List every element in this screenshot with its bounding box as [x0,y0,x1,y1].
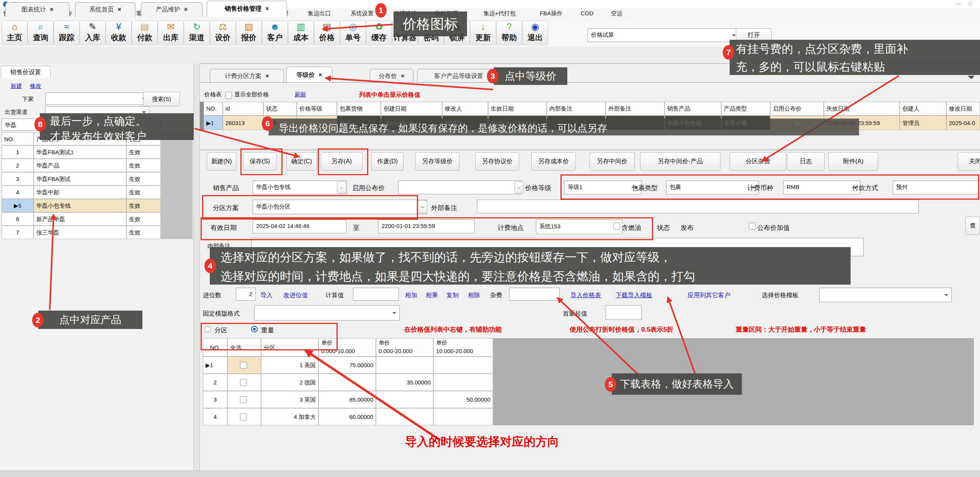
price-col-status[interactable]: 状态 [263,102,297,116]
horizontal-scrollbar[interactable] [0,470,980,477]
grid-row-zone[interactable]: 2 德国 [261,374,318,391]
row-checkbox[interactable] [240,396,247,403]
query-side-button[interactable]: 查 [965,217,980,235]
grid-col-price3[interactable]: 单价10.000-20.000 [433,338,493,357]
publish-price-select[interactable] [398,181,521,194]
price-row-no[interactable]: ▶1 [204,116,223,130]
grid-row-no[interactable]: 4 [203,408,227,425]
product-row-no[interactable]: 3 [2,172,34,186]
price-col-expire[interactable]: 失效日期 [824,102,900,116]
row-checkbox[interactable] [240,362,247,369]
next-home-select[interactable] [45,93,149,105]
product-row-status[interactable]: 生效 [126,212,161,226]
close-icon[interactable]: × [184,6,188,13]
price-col-modified[interactable]: 修改日期 [946,102,980,116]
grid-row-price2[interactable]: 35.00000 [376,374,433,391]
grid-row-zone[interactable]: 4 加拿大 [261,408,318,425]
minimize-button[interactable]: — [956,1,960,7]
grid-row-price3[interactable] [433,408,493,425]
toolbar-collect-button[interactable]: ¥收款 [106,21,132,45]
product-row-status[interactable]: 生效 [126,159,161,172]
close-icon[interactable]: × [265,5,269,12]
calc-value-input[interactable] [353,288,399,301]
tab-product-maintain[interactable]: 产品维护× [141,2,203,17]
price-col-type[interactable]: 产品类型 [721,102,770,116]
product-row-status[interactable]: 生效 [126,145,161,159]
product-row-status-selected[interactable]: 生效 [126,199,161,212]
price-col-created[interactable]: 创建日期 [381,102,442,116]
grid-row-price3[interactable]: 50.00000 [433,391,493,408]
grid-row-select[interactable] [227,391,261,408]
product-row-no[interactable]: 6 [2,212,34,226]
toolbar-price-button[interactable]: ▤价格 [314,21,340,45]
grid-row-no[interactable]: 2 [203,374,227,391]
panel-splitter[interactable] [193,63,200,470]
grid-col-price2[interactable]: 单价0.000-20.000 [376,338,433,357]
row-checkbox[interactable] [240,379,247,386]
misc-fee-input[interactable] [509,288,560,301]
product-row-name[interactable]: 张三华磊 [34,226,126,239]
sale-product-select[interactable]: 华磊小包专线 [253,181,347,194]
new-link[interactable]: 新建 [11,83,22,90]
grid-row-no[interactable]: 3 [203,391,227,408]
multiply-link[interactable]: 相乘 [426,291,438,300]
grid-row-select[interactable] [227,408,261,425]
select-template-select[interactable] [819,288,952,302]
toolbar-inbound-button[interactable]: ✎入库 [80,21,106,45]
product-row-no[interactable]: 1 [2,145,34,159]
product-row-name[interactable]: 华磊FBA测试 [34,172,126,186]
grid-row-price1[interactable]: 85.00000 [318,391,376,408]
close-button[interactable]: 关闭(X) [958,152,980,171]
product-row-status[interactable]: 生效 [126,226,161,239]
tab-sale-price-manage[interactable]: 销售价格管理× [207,1,287,17]
menu-export[interactable]: 集运出口 [308,10,331,17]
grid-row-select[interactable] [227,357,261,374]
apply-other-customers-link[interactable]: 应用到其它客户 [688,291,730,300]
grid-row-price1[interactable] [318,374,376,391]
zone-scheme-more-button[interactable]: .. [417,200,427,213]
publish-price-more-button[interactable]: . [514,181,524,194]
show-all-price-checkbox[interactable] [225,92,232,99]
download-template-link[interactable]: 下载导入模板 [616,291,652,300]
menu-fba[interactable]: FBA操作 [540,10,562,17]
product-row-no[interactable]: 7 [2,226,34,239]
product-row-name[interactable]: 华磊FBA测试1 [34,145,126,159]
menu-system[interactable]: 系统设置 [351,10,374,17]
product-row-no[interactable]: 2 [2,159,34,172]
toolbar-outbound-button[interactable]: ✉出库 [158,21,184,45]
product-row-no-selected[interactable]: ▶5 [2,199,34,212]
toolbar-help-button[interactable]: ?帮助 [496,21,522,45]
price-col-publish[interactable]: 启用公布价 [770,102,824,116]
toolbar-home-button[interactable]: ⌂主页 [2,21,28,45]
save-as-middle-button[interactable]: 另存中间价 [590,152,635,171]
copy-link[interactable]: 复制 [446,291,459,300]
toolbar-track-button[interactable]: ≈跟踪 [54,21,80,45]
grid-row-no[interactable]: ▶1 [203,357,227,374]
tab-chart-stats[interactable]: 图表统计× [5,2,70,17]
price-col-effective[interactable]: 生效日期 [488,102,547,116]
toolbar-update-button[interactable]: ↓更新 [470,21,496,45]
product-row-name[interactable]: 新产品华磊 [34,212,126,226]
price-col-id[interactable]: id [223,102,263,116]
price-row-creator[interactable]: 管理员 [900,116,946,130]
toolbar-query-button[interactable]: ⌕查询 [28,21,54,45]
product-row-name[interactable]: 华磊中邮 [34,186,126,199]
price-col-grade[interactable]: 价格等级 [297,102,337,116]
sale-product-more-button[interactable]: . [337,181,346,194]
menu-air[interactable]: 空运 [611,10,622,17]
fixed-template-select[interactable] [254,305,400,321]
close-icon[interactable]: × [118,6,121,13]
price-row-id[interactable]: 260313 [223,116,263,130]
edit-link[interactable]: 修改 [30,83,41,90]
menu-cod[interactable]: COD [581,10,593,16]
toolbar-customer-button[interactable]: ☻客户 [262,21,288,45]
price-col-modifier[interactable]: 修改人 [442,102,488,116]
product-row-status[interactable]: 生效 [126,186,161,199]
add-link[interactable]: 相加 [405,291,417,300]
price-col-no[interactable]: NO. [204,102,223,116]
toolbar-cost-button[interactable]: ▥成本 [288,21,314,45]
product-row-status[interactable]: 生效 [126,172,161,186]
col-header-no[interactable]: NO. [2,132,34,145]
new-button[interactable]: 新建(N) [207,152,236,171]
product-row-name[interactable]: 华磊产品 [34,159,126,172]
